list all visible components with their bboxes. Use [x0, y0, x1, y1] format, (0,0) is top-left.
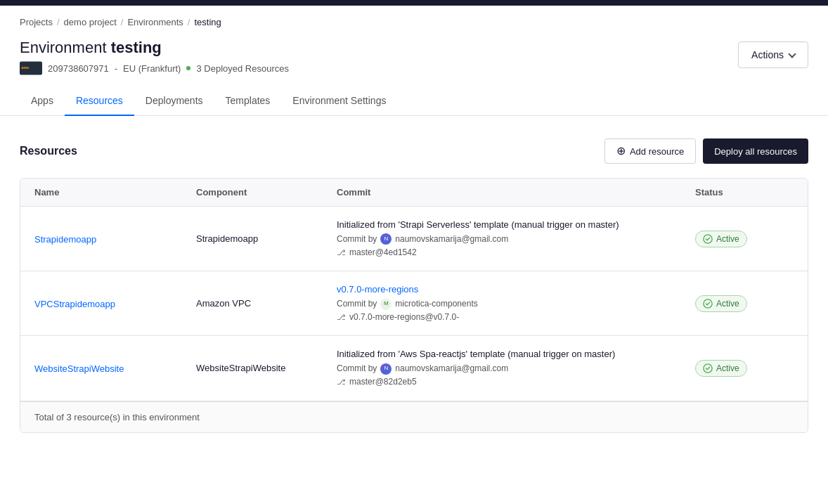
actions-button[interactable]: Actions [738, 41, 808, 68]
status-badge-2: Active [695, 295, 747, 312]
breadcrumb-projects[interactable]: Projects [20, 17, 53, 27]
commit-info-2: v0.7.0-more-regions Commit by M microtic… [337, 283, 695, 324]
page-meta: aws 209738607971 - EU (Frankfurt) 3 Depl… [20, 61, 289, 75]
table-row: Strapidemoapp Strapidemoapp Initialized … [20, 207, 808, 271]
breadcrumb-demo-project[interactable]: demo project [64, 17, 117, 27]
tabs-nav: Apps Resources Deployments Templates Env… [0, 88, 828, 116]
commit-user-1: naumovskamarija@gmail.com [395, 233, 508, 246]
account-id: 209738607971 [48, 63, 109, 74]
resources-title: Resources [20, 145, 77, 157]
resources-table: Name Component Commit Status Strapidemoa… [20, 178, 808, 433]
status-badge-1: Active [695, 231, 747, 247]
check-circle-icon-2 [703, 299, 713, 309]
status-cell-1: Active [695, 231, 794, 247]
deploy-label: Deploy all resources [714, 146, 797, 157]
commit-hash-2: v0.7.0-more-regions@v0.7.0- [349, 311, 459, 324]
page-title-section: Environment testing aws 209738607971 - E… [20, 39, 289, 75]
commit-by-1: Commit by N naumovskamarija@gmail.com [337, 233, 695, 246]
commit-by-label-1: Commit by [337, 233, 377, 246]
resource-name-websitestrapiwebsite[interactable]: WebsiteStrapiWebsite [34, 363, 124, 374]
commit-info-3: Initialized from 'Aws Spa-reactjs' templ… [337, 347, 695, 389]
add-resource-label: Add resource [630, 146, 684, 157]
component-vpcstrapidemoapp: Amazon VPC [196, 298, 337, 309]
status-dot [186, 66, 190, 70]
tab-env-settings[interactable]: Environment Settings [281, 88, 397, 116]
breadcrumb-sep-3: / [188, 17, 190, 27]
status-label-3: Active [716, 363, 739, 373]
commit-title-1: Initialized from 'Strapi Serverless' tem… [337, 218, 695, 233]
status-label-2: Active [716, 299, 739, 309]
breadcrumb-environments[interactable]: Environments [127, 17, 183, 27]
col-header-commit: Commit [337, 187, 695, 198]
svg-text:aws: aws [21, 65, 30, 70]
breadcrumb-sep-2: / [121, 17, 124, 27]
commit-by-label-2: Commit by [337, 297, 377, 311]
plus-icon: ⊕ [616, 146, 626, 157]
check-circle-icon-1 [703, 234, 713, 244]
breadcrumb-sep-1: / [57, 17, 60, 27]
table-footer: Total of 3 resource(s) in this environme… [20, 401, 808, 432]
commit-hash-line-3: ⎇ master@82d2eb5 [337, 375, 695, 389]
breadcrumb: Projects / demo project / Environments /… [0, 6, 828, 33]
page-title: Environment testing [20, 39, 289, 57]
status-cell-3: Active [695, 360, 794, 377]
commit-user-2: microtica-components [395, 297, 477, 311]
top-bar [0, 0, 828, 6]
aws-badge: aws [20, 61, 42, 75]
commit-title-2: v0.7.0-more-regions [337, 283, 695, 297]
add-resource-button[interactable]: ⊕ Add resource [604, 138, 696, 164]
branch-icon-2: ⎇ [337, 311, 346, 324]
commit-by-3: Commit by N naumovskamarija@gmail.com [337, 362, 695, 375]
table-footer-text: Total of 3 resource(s) in this environme… [34, 412, 200, 422]
col-header-status: Status [695, 187, 794, 198]
status-badge-3: Active [695, 360, 747, 377]
user-avatar-1: N [380, 233, 392, 245]
commit-hash-1: master@4ed1542 [349, 246, 417, 259]
table-row: VPCStrapidemoapp Amazon VPC v0.7.0-more-… [20, 271, 808, 336]
main-content: Resources ⊕ Add resource Deploy all reso… [0, 116, 828, 455]
aws-logo-icon: aws [20, 61, 42, 75]
tab-resources[interactable]: Resources [65, 88, 134, 116]
commit-by-2: Commit by M microtica-components [337, 297, 695, 311]
region-separator: - [115, 63, 117, 74]
table-header: Name Component Commit Status [20, 179, 808, 207]
page-header: Environment testing aws 209738607971 - E… [0, 33, 828, 75]
status-label-1: Active [716, 234, 739, 244]
breadcrumb-current: testing [194, 17, 221, 27]
env-name: testing [111, 39, 162, 56]
chevron-down-icon [788, 50, 796, 58]
status-cell-2: Active [695, 295, 794, 312]
actions-label: Actions [751, 49, 784, 60]
component-strapidemoapp: Strapidemoapp [196, 233, 337, 244]
resource-name-strapidemoapp[interactable]: Strapidemoapp [34, 234, 96, 245]
commit-info-1: Initialized from 'Strapi Serverless' tem… [337, 218, 695, 259]
col-header-name: Name [34, 187, 196, 198]
commit-hash-3: master@82d2eb5 [349, 375, 417, 389]
commit-title-3: Initialized from 'Aws Spa-reactjs' templ… [337, 347, 695, 362]
commit-by-label-3: Commit by [337, 362, 377, 375]
check-circle-icon-3 [703, 363, 713, 373]
table-row: WebsiteStrapiWebsite WebsiteStrapiWebsit… [20, 336, 808, 401]
microtica-avatar-2: M [380, 299, 392, 310]
resources-actions: ⊕ Add resource Deploy all resources [604, 138, 808, 164]
branch-icon-3: ⎇ [337, 376, 346, 389]
tab-apps[interactable]: Apps [20, 88, 65, 116]
resource-name-vpcstrapidemoapp[interactable]: VPCStrapidemoapp [34, 299, 115, 309]
region: EU (Frankfurt) [123, 63, 181, 74]
resources-header: Resources ⊕ Add resource Deploy all reso… [20, 138, 808, 164]
deploy-resources-button[interactable]: Deploy all resources [703, 138, 808, 164]
deployed-count: 3 Deployed Resources [196, 63, 289, 74]
user-avatar-3: N [380, 363, 392, 375]
tab-deployments[interactable]: Deployments [134, 88, 214, 116]
col-header-component: Component [196, 187, 337, 198]
commit-hash-line-1: ⎇ master@4ed1542 [337, 246, 695, 259]
tab-templates[interactable]: Templates [214, 88, 282, 116]
commit-hash-line-2: ⎇ v0.7.0-more-regions@v0.7.0- [337, 311, 695, 324]
component-websitestrapiwebsite: WebsiteStrapiWebsite [196, 363, 337, 373]
branch-icon-1: ⎇ [337, 247, 346, 259]
commit-user-3: naumovskamarija@gmail.com [395, 362, 508, 375]
